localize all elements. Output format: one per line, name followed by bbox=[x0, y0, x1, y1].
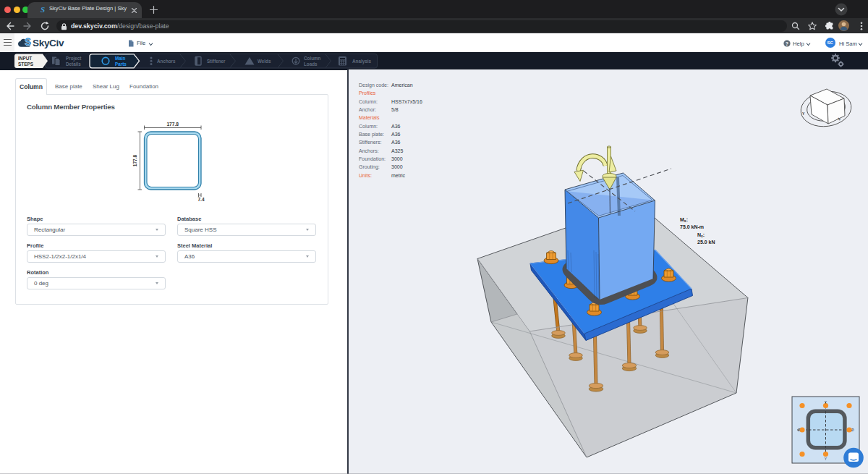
svg-text:Analysis: Analysis bbox=[352, 59, 371, 64]
svg-text:177.8: 177.8 bbox=[132, 154, 137, 166]
svg-text:Welds: Welds bbox=[258, 59, 271, 64]
svg-text:Y: Y bbox=[802, 111, 805, 116]
svg-text:STEPS: STEPS bbox=[18, 62, 34, 67]
svg-text:INPUT: INPUT bbox=[18, 56, 32, 61]
svg-text:Parts: Parts bbox=[115, 62, 127, 67]
svg-text:Nx:: Nx: bbox=[697, 232, 705, 239]
svg-text:177.8: 177.8 bbox=[166, 122, 179, 127]
svg-text:?: ? bbox=[786, 41, 788, 46]
svg-text:Project: Project bbox=[66, 56, 82, 62]
svg-text:Main: Main bbox=[115, 56, 125, 61]
svg-text:Loads: Loads bbox=[304, 62, 318, 67]
svg-text:75.0 kN-m: 75.0 kN-m bbox=[680, 224, 704, 229]
svg-text:Anchors: Anchors bbox=[157, 59, 176, 64]
svg-text:Z: Z bbox=[851, 428, 854, 432]
svg-text:Stiffener: Stiffener bbox=[207, 59, 226, 64]
svg-text:Mx:: Mx: bbox=[680, 217, 688, 224]
svg-text:7.4: 7.4 bbox=[197, 197, 204, 202]
svg-text:Z: Z bbox=[798, 428, 800, 432]
svg-text:Column: Column bbox=[304, 56, 321, 61]
svg-text:25.0 kN: 25.0 kN bbox=[697, 240, 715, 245]
svg-text:Details: Details bbox=[66, 62, 81, 67]
